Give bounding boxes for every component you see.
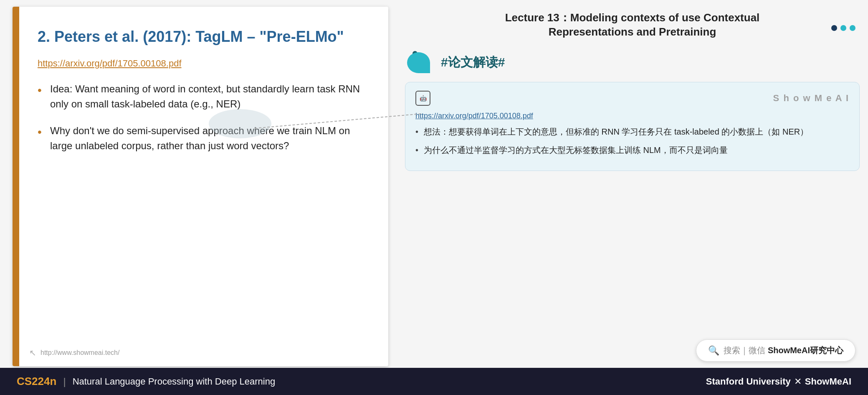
cursor-icon: ↖	[29, 348, 36, 358]
info-bullet-2: 为什么不通过半监督学习的方式在大型无标签数据集上训练 NLM，而不只是词向量	[415, 144, 849, 156]
search-brand: ShowMeAI研究中心	[768, 346, 843, 355]
bottom-left: CS224n | Natural Language Processing wit…	[17, 375, 275, 388]
slide-footer-url: http://www.showmeai.tech/	[40, 349, 119, 357]
slide-title: 2. Peters et al. (2017): TagLM – "Pre-EL…	[38, 28, 363, 46]
right-panel: Lecture 13：Modeling contexts of use Cont…	[397, 0, 868, 368]
bottom-right: Stanford University ✕ ShowMeAI	[706, 376, 851, 387]
ai-icon-text: 🤖	[420, 95, 427, 102]
search-bar[interactable]: 🔍 搜索｜微信 ShowMeAI研究中心	[696, 339, 855, 362]
slide-bullet-2: Why don't we do semi-supervised approach…	[38, 123, 363, 153]
bottom-bar: CS224n | Natural Language Processing wit…	[0, 368, 868, 395]
search-text: 搜索｜微信 ShowMeAI研究中心	[724, 345, 843, 356]
banner-teal-shape	[407, 52, 430, 73]
search-icon: 🔍	[708, 345, 719, 356]
stanford-label: Stanford University	[706, 376, 791, 387]
dot-1	[831, 25, 837, 31]
slide-bullets-list: Idea: Want meaning of word in context, b…	[38, 82, 363, 153]
slide-link[interactable]: https://arxiv.org/pdf/1705.00108.pdf	[38, 58, 363, 69]
dot-3	[850, 25, 855, 31]
info-card: 🤖 S h o w M e A I https://arxiv.org/pdf/…	[405, 82, 860, 171]
banner-hashtag: #论文解读#	[441, 54, 505, 71]
info-bullet-1: 想法：想要获得单词在上下文的意思，但标准的 RNN 学习任务只在 task-la…	[415, 125, 849, 138]
info-card-bullets: 想法：想要获得单词在上下文的意思，但标准的 RNN 学习任务只在 task-la…	[415, 125, 849, 156]
decoration-dots	[831, 25, 855, 31]
course-name: Natural Language Processing with Deep Le…	[73, 376, 276, 387]
circle-highlight	[209, 109, 271, 138]
bottom-divider: |	[63, 376, 66, 387]
info-card-link[interactable]: https://arxiv.org/pdf/1705.00108.pdf	[415, 112, 849, 120]
x-symbol: ✕	[794, 376, 802, 387]
ai-icon-badge: 🤖	[415, 91, 430, 106]
course-code: CS224n	[17, 375, 56, 388]
info-card-header: 🤖 S h o w M e A I	[415, 91, 849, 106]
showmeai-label: ShowMeAI	[805, 376, 851, 387]
slide-panel: 2. Peters et al. (2017): TagLM – "Pre-EL…	[13, 7, 388, 366]
banner-section: #论文解读#	[405, 50, 860, 75]
slide-bullet-1: Idea: Want meaning of word in context, b…	[38, 82, 363, 112]
slide-accent-bar	[13, 7, 19, 366]
search-label: 搜索｜微信	[724, 346, 768, 355]
dot-2	[840, 25, 846, 31]
banner-icon	[405, 50, 434, 75]
lecture-title: Lecture 13：Modeling contexts of use Cont…	[405, 7, 860, 43]
showmeai-brand: S h o w M e A I	[773, 93, 849, 104]
slide-footer: ↖ http://www.showmeai.tech/	[29, 348, 119, 358]
